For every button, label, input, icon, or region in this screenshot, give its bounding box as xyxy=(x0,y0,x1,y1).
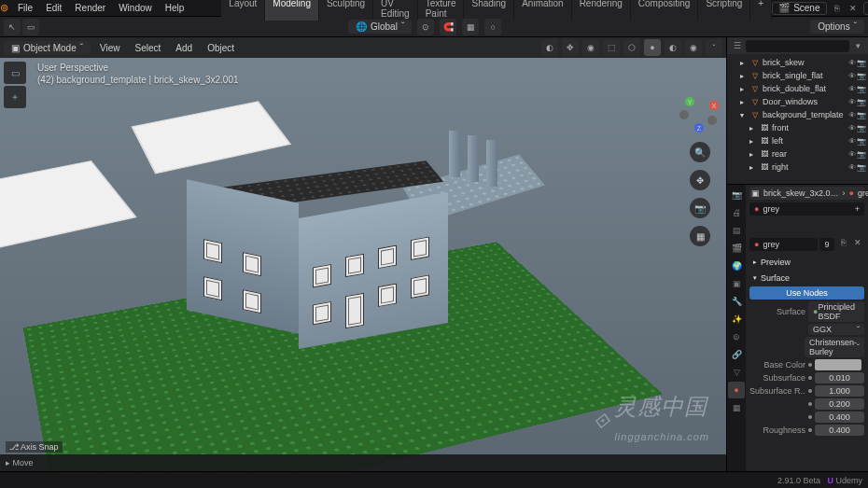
zoom-icon[interactable]: 🔍 xyxy=(690,142,710,162)
tab-layout[interactable]: Layout xyxy=(221,0,265,21)
tree-row[interactable]: ▸🖼rear👁📷 xyxy=(727,147,868,160)
tree-row[interactable]: ▸▽brick_single_flat👁📷 xyxy=(727,69,868,82)
tab-animation[interactable]: Animation xyxy=(514,0,571,21)
shading-options-icon[interactable]: ˇ xyxy=(706,39,722,56)
tree-row[interactable]: ▸🖼front👁📷 xyxy=(727,121,868,134)
expand-icon[interactable]: ▸ xyxy=(736,58,747,68)
shading-wireframe-icon[interactable]: ⬡ xyxy=(623,39,640,56)
tree-row[interactable]: ▾▽background_template👁📷 xyxy=(727,108,868,121)
prop-value[interactable]: 0.200 xyxy=(815,398,864,410)
prop-value[interactable]: 0.400 xyxy=(815,411,864,423)
prop-tab-physics[interactable]: ⊚ xyxy=(728,328,745,345)
options-dropdown[interactable]: Optionsˇ xyxy=(810,20,864,34)
expand-icon[interactable]: ▸ xyxy=(746,123,756,133)
cursor-tool[interactable]: ＋ xyxy=(4,86,26,108)
cursor-tool-icon[interactable]: ↖ xyxy=(4,19,21,35)
panel-preview[interactable]: Preview xyxy=(749,256,864,269)
sss-method-dropdown[interactable]: Christensen-Burleyˇ xyxy=(805,337,864,357)
prop-tab-mesh[interactable]: ▽ xyxy=(728,364,745,381)
scene-field[interactable]: 🎬Scene xyxy=(772,2,826,15)
socket-dot-icon[interactable] xyxy=(808,402,812,406)
gizmo-toggle-icon[interactable]: ✥ xyxy=(562,39,579,56)
tree-row[interactable]: ▸🖼left👁📷 xyxy=(727,134,868,147)
tab-rendering[interactable]: Rendering xyxy=(572,0,631,21)
viewport-menu-select[interactable]: Select xyxy=(130,41,167,55)
pivot-icon[interactable]: ⊙ xyxy=(417,19,434,35)
panel-surface[interactable]: Surface xyxy=(749,272,864,285)
eye-icon[interactable]: 👁 xyxy=(848,59,856,67)
prop-tab-scene[interactable]: 🎬 xyxy=(728,240,745,257)
3d-viewport[interactable]: ▣Object Modeˇ View Select Add Object ◐ ✥… xyxy=(0,37,726,471)
tree-row[interactable]: ▸▽Door_windows👁📷 xyxy=(727,95,868,108)
shading-matpreview-icon[interactable]: ◐ xyxy=(665,39,681,56)
overlays-icon[interactable]: ◉ xyxy=(582,39,599,56)
socket-dot-icon[interactable] xyxy=(808,428,812,432)
tab-modeling[interactable]: Modeling xyxy=(265,0,319,21)
orientation-dropdown[interactable]: 🌐Globalˇ xyxy=(348,20,412,34)
proportional-icon[interactable]: ○ xyxy=(484,19,501,35)
render-icon[interactable]: 📷 xyxy=(857,98,866,106)
expand-icon[interactable]: ▾ xyxy=(736,110,747,120)
snap-toggle-icon[interactable]: 🧲 xyxy=(440,19,456,35)
socket-dot-icon[interactable] xyxy=(808,415,812,419)
nav-gizmo[interactable]: X Y Z xyxy=(679,93,721,134)
material-new-icon[interactable]: ⎘ xyxy=(836,236,849,249)
shading-rendered-icon[interactable]: ◉ xyxy=(685,39,702,56)
render-icon[interactable]: 📷 xyxy=(857,150,866,159)
tab-uv-editing[interactable]: UV Editing xyxy=(373,0,418,21)
xray-icon[interactable]: ⬚ xyxy=(603,39,620,56)
perspective-toggle-icon[interactable]: ▦ xyxy=(690,226,710,246)
render-icon[interactable]: 📷 xyxy=(857,163,866,172)
render-icon[interactable]: 📷 xyxy=(857,85,866,93)
prop-tab-output[interactable]: 🖨 xyxy=(728,204,745,221)
prop-tab-texture[interactable]: ▦ xyxy=(728,399,745,416)
shading-solid-icon[interactable]: ● xyxy=(644,39,661,56)
filter-icon[interactable]: ▾ xyxy=(851,39,864,52)
prop-tab-viewlayer[interactable]: ▤ xyxy=(728,222,745,239)
tab-scripting[interactable]: Scripting xyxy=(698,0,750,21)
expand-icon[interactable]: ▸ xyxy=(736,84,747,94)
move-view-icon[interactable]: ✥ xyxy=(690,170,710,190)
select-box-tool[interactable]: ▭ xyxy=(4,62,26,84)
render-icon[interactable]: 📷 xyxy=(857,137,866,146)
select-visible-icon[interactable]: ◐ xyxy=(541,39,558,56)
scene-delete-icon[interactable]: ✕ xyxy=(847,2,858,15)
viewlayer-field[interactable]: ⬚View Layer xyxy=(863,2,868,15)
prop-tab-world[interactable]: 🌍 xyxy=(728,258,745,274)
prop-tab-object[interactable]: ▣ xyxy=(728,275,745,292)
viewport-menu-view[interactable]: View xyxy=(94,41,126,55)
prop-tab-constraints[interactable]: 🔗 xyxy=(728,346,745,363)
render-icon[interactable]: 📷 xyxy=(857,111,866,119)
eye-icon[interactable]: 👁 xyxy=(848,124,856,132)
tree-row[interactable]: ▸▽brick_skew👁📷 xyxy=(727,56,868,69)
eye-icon[interactable]: 👁 xyxy=(848,85,856,93)
eye-icon[interactable]: 👁 xyxy=(848,98,856,106)
scene-new-icon[interactable]: ⎘ xyxy=(833,2,843,15)
prop-tab-modifiers[interactable]: 🔧 xyxy=(728,293,745,310)
eye-icon[interactable]: 👁 xyxy=(848,72,856,80)
material-users[interactable]: 9 xyxy=(819,238,834,251)
viewport-menu-object[interactable]: Object xyxy=(202,41,240,55)
surface-shader-dropdown[interactable]: ●Principled BSDF xyxy=(808,301,864,322)
blender-logo-icon[interactable]: ⊚ xyxy=(0,0,8,17)
socket-dot-icon[interactable] xyxy=(808,389,812,393)
material-slot[interactable]: ●grey+ xyxy=(749,202,864,216)
prop-value[interactable]: 0.400 xyxy=(815,425,864,436)
eye-icon[interactable]: 👁 xyxy=(848,137,856,146)
expand-icon[interactable]: ▸ xyxy=(736,71,747,81)
tab-sculpting[interactable]: Sculpting xyxy=(319,0,373,21)
tree-row[interactable]: ▸▽brick_double_flat👁📷 xyxy=(727,82,868,95)
use-nodes-button[interactable]: Use Nodes xyxy=(749,286,864,300)
menu-file[interactable]: File xyxy=(12,1,38,15)
tab-texture-paint[interactable]: Texture Paint xyxy=(418,0,465,21)
expand-icon[interactable]: ▸ xyxy=(746,136,756,146)
expand-icon[interactable]: ▸ xyxy=(746,162,756,173)
camera-view-icon[interactable]: 📷 xyxy=(690,198,710,218)
tab-shading[interactable]: Shading xyxy=(464,0,514,21)
tab-add-workspace[interactable]: + xyxy=(750,0,772,21)
eye-icon[interactable]: 👁 xyxy=(848,111,856,119)
menu-edit[interactable]: Edit xyxy=(40,1,67,15)
expand-icon[interactable]: ▸ xyxy=(736,97,747,107)
tree-row[interactable]: ▸🖼right👁📷 xyxy=(727,160,868,174)
prop-tab-render[interactable]: 📷 xyxy=(728,187,745,203)
